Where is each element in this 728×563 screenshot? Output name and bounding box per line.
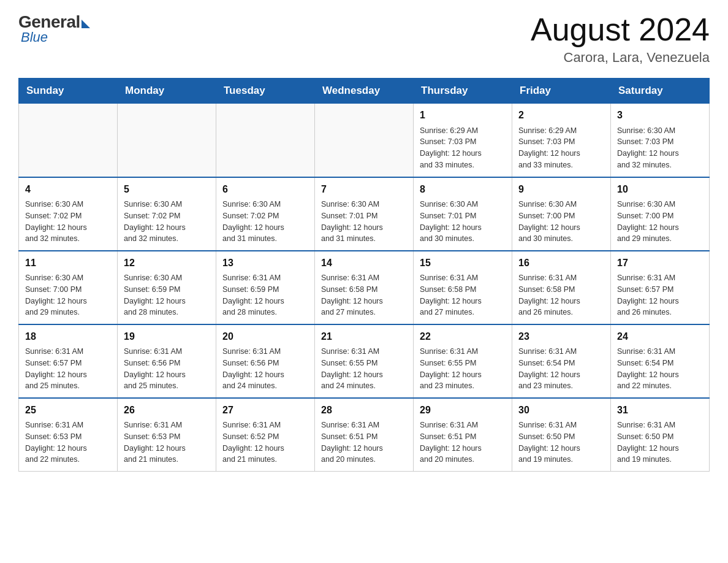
calendar-cell: 28Sunrise: 6:31 AMSunset: 6:51 PMDayligh… — [315, 398, 414, 472]
calendar-cell: 5Sunrise: 6:30 AMSunset: 7:02 PMDaylight… — [118, 177, 216, 251]
day-number: 11 — [25, 256, 111, 270]
calendar-cell: 20Sunrise: 6:31 AMSunset: 6:56 PMDayligh… — [216, 324, 315, 398]
day-info: Sunrise: 6:31 AMSunset: 6:57 PMDaylight:… — [25, 346, 111, 392]
title-section: August 2024 Carora, Lara, Venezuela — [531, 12, 710, 66]
day-number: 31 — [617, 404, 703, 417]
day-info: Sunrise: 6:30 AMSunset: 7:00 PMDaylight:… — [518, 199, 604, 245]
calendar-cell: 3Sunrise: 6:30 AMSunset: 7:03 PMDaylight… — [611, 104, 710, 177]
day-number: 2 — [518, 109, 604, 122]
day-info: Sunrise: 6:31 AMSunset: 6:55 PMDaylight:… — [420, 346, 506, 392]
calendar-week-row: 25Sunrise: 6:31 AMSunset: 6:53 PMDayligh… — [19, 398, 710, 472]
weekday-header-sunday: Sunday — [19, 79, 118, 104]
day-info: Sunrise: 6:31 AMSunset: 6:52 PMDaylight:… — [222, 419, 308, 465]
calendar-cell: 21Sunrise: 6:31 AMSunset: 6:55 PMDayligh… — [315, 324, 414, 398]
day-info: Sunrise: 6:31 AMSunset: 6:59 PMDaylight:… — [222, 272, 308, 318]
calendar-week-row: 4Sunrise: 6:30 AMSunset: 7:02 PMDaylight… — [19, 177, 710, 251]
day-info: Sunrise: 6:31 AMSunset: 6:50 PMDaylight:… — [617, 419, 703, 465]
calendar-cell — [19, 104, 118, 177]
calendar-cell: 8Sunrise: 6:30 AMSunset: 7:01 PMDaylight… — [414, 177, 512, 251]
day-number: 12 — [124, 256, 210, 270]
day-number: 14 — [321, 256, 407, 270]
day-number: 5 — [124, 183, 210, 196]
day-number: 3 — [617, 109, 703, 122]
calendar-cell: 19Sunrise: 6:31 AMSunset: 6:56 PMDayligh… — [118, 324, 216, 398]
day-info: Sunrise: 6:31 AMSunset: 6:55 PMDaylight:… — [321, 346, 407, 392]
day-number: 6 — [222, 183, 308, 196]
day-number: 19 — [124, 330, 210, 343]
day-info: Sunrise: 6:31 AMSunset: 6:56 PMDaylight:… — [222, 346, 308, 392]
calendar-cell — [216, 104, 315, 177]
calendar-cell: 2Sunrise: 6:29 AMSunset: 7:03 PMDaylight… — [512, 104, 611, 177]
calendar-cell: 6Sunrise: 6:30 AMSunset: 7:02 PMDaylight… — [216, 177, 315, 251]
calendar-week-row: 18Sunrise: 6:31 AMSunset: 6:57 PMDayligh… — [19, 324, 710, 398]
calendar-cell: 18Sunrise: 6:31 AMSunset: 6:57 PMDayligh… — [19, 324, 118, 398]
day-info: Sunrise: 6:30 AMSunset: 6:59 PMDaylight:… — [124, 272, 210, 318]
weekday-header-monday: Monday — [118, 79, 216, 104]
calendar-cell: 30Sunrise: 6:31 AMSunset: 6:50 PMDayligh… — [512, 398, 611, 472]
day-info: Sunrise: 6:31 AMSunset: 6:53 PMDaylight:… — [124, 419, 210, 465]
day-info: Sunrise: 6:31 AMSunset: 6:56 PMDaylight:… — [124, 346, 210, 392]
day-number: 8 — [420, 183, 506, 196]
day-info: Sunrise: 6:29 AMSunset: 7:03 PMDaylight:… — [518, 125, 604, 171]
calendar-cell: 15Sunrise: 6:31 AMSunset: 6:58 PMDayligh… — [414, 251, 512, 324]
day-number: 29 — [420, 404, 506, 417]
day-number: 26 — [124, 404, 210, 417]
calendar-cell: 24Sunrise: 6:31 AMSunset: 6:54 PMDayligh… — [611, 324, 710, 398]
day-info: Sunrise: 6:31 AMSunset: 6:57 PMDaylight:… — [617, 272, 703, 318]
weekday-header-tuesday: Tuesday — [216, 79, 315, 104]
day-info: Sunrise: 6:31 AMSunset: 6:54 PMDaylight:… — [518, 346, 604, 392]
day-info: Sunrise: 6:31 AMSunset: 6:51 PMDaylight:… — [420, 419, 506, 465]
day-info: Sunrise: 6:31 AMSunset: 6:51 PMDaylight:… — [321, 419, 407, 465]
calendar-cell: 22Sunrise: 6:31 AMSunset: 6:55 PMDayligh… — [414, 324, 512, 398]
day-info: Sunrise: 6:31 AMSunset: 6:53 PMDaylight:… — [25, 419, 111, 465]
day-info: Sunrise: 6:30 AMSunset: 7:02 PMDaylight:… — [222, 199, 308, 245]
day-info: Sunrise: 6:30 AMSunset: 7:03 PMDaylight:… — [617, 125, 703, 171]
day-info: Sunrise: 6:30 AMSunset: 7:01 PMDaylight:… — [420, 199, 506, 245]
logo: General Blue — [18, 12, 90, 45]
calendar-week-row: 11Sunrise: 6:30 AMSunset: 7:00 PMDayligh… — [19, 251, 710, 324]
calendar-table: SundayMondayTuesdayWednesdayThursdayFrid… — [18, 78, 710, 472]
page-header: General Blue August 2024 Carora, Lara, V… — [18, 12, 710, 66]
calendar-cell — [315, 104, 414, 177]
calendar-cell: 29Sunrise: 6:31 AMSunset: 6:51 PMDayligh… — [414, 398, 512, 472]
weekday-header-row: SundayMondayTuesdayWednesdayThursdayFrid… — [19, 79, 710, 104]
day-info: Sunrise: 6:31 AMSunset: 6:58 PMDaylight:… — [420, 272, 506, 318]
calendar-cell: 9Sunrise: 6:30 AMSunset: 7:00 PMDaylight… — [512, 177, 611, 251]
calendar-cell: 10Sunrise: 6:30 AMSunset: 7:00 PMDayligh… — [611, 177, 710, 251]
day-number: 16 — [518, 256, 604, 270]
calendar-cell: 4Sunrise: 6:30 AMSunset: 7:02 PMDaylight… — [19, 177, 118, 251]
day-number: 9 — [518, 183, 604, 196]
calendar-cell: 11Sunrise: 6:30 AMSunset: 7:00 PMDayligh… — [19, 251, 118, 324]
day-info: Sunrise: 6:31 AMSunset: 6:58 PMDaylight:… — [321, 272, 407, 318]
day-info: Sunrise: 6:30 AMSunset: 7:00 PMDaylight:… — [25, 272, 111, 318]
calendar-cell — [118, 104, 216, 177]
logo-arrow-icon — [82, 20, 90, 28]
day-number: 24 — [617, 330, 703, 343]
day-number: 4 — [25, 183, 111, 196]
day-number: 7 — [321, 183, 407, 196]
day-info: Sunrise: 6:31 AMSunset: 6:58 PMDaylight:… — [518, 272, 604, 318]
day-info: Sunrise: 6:30 AMSunset: 7:02 PMDaylight:… — [25, 199, 111, 245]
day-info: Sunrise: 6:30 AMSunset: 7:00 PMDaylight:… — [617, 199, 703, 245]
calendar-cell: 16Sunrise: 6:31 AMSunset: 6:58 PMDayligh… — [512, 251, 611, 324]
day-info: Sunrise: 6:31 AMSunset: 6:50 PMDaylight:… — [518, 419, 604, 465]
weekday-header-wednesday: Wednesday — [315, 79, 414, 104]
day-info: Sunrise: 6:31 AMSunset: 6:54 PMDaylight:… — [617, 346, 703, 392]
day-number: 13 — [222, 256, 308, 270]
logo-blue-text: Blue — [21, 29, 48, 45]
day-info: Sunrise: 6:29 AMSunset: 7:03 PMDaylight:… — [420, 125, 506, 171]
calendar-cell: 1Sunrise: 6:29 AMSunset: 7:03 PMDaylight… — [414, 104, 512, 177]
weekday-header-friday: Friday — [512, 79, 611, 104]
calendar-cell: 26Sunrise: 6:31 AMSunset: 6:53 PMDayligh… — [118, 398, 216, 472]
day-number: 28 — [321, 404, 407, 417]
calendar-cell: 12Sunrise: 6:30 AMSunset: 6:59 PMDayligh… — [118, 251, 216, 324]
location-text: Carora, Lara, Venezuela — [531, 50, 710, 66]
day-number: 15 — [420, 256, 506, 270]
day-number: 1 — [420, 109, 506, 122]
calendar-cell: 25Sunrise: 6:31 AMSunset: 6:53 PMDayligh… — [19, 398, 118, 472]
calendar-cell: 13Sunrise: 6:31 AMSunset: 6:59 PMDayligh… — [216, 251, 315, 324]
day-number: 17 — [617, 256, 703, 270]
day-number: 22 — [420, 330, 506, 343]
day-number: 18 — [25, 330, 111, 343]
calendar-cell: 17Sunrise: 6:31 AMSunset: 6:57 PMDayligh… — [611, 251, 710, 324]
